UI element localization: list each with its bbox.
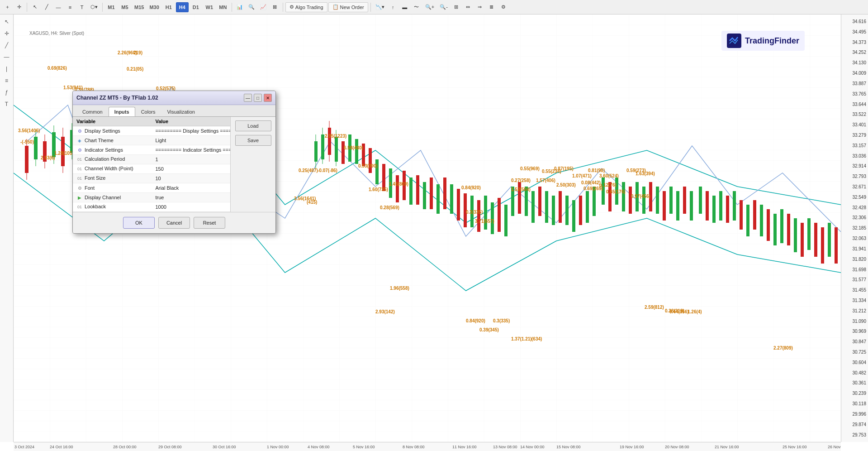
volume-btn[interactable]: ▬ <box>399 2 410 13</box>
dialog-close-btn[interactable]: ✕ <box>264 94 272 102</box>
tf-logo-icon <box>727 34 741 48</box>
time-label-3: 29 Oct 08:00 <box>158 445 182 449</box>
fib-tool[interactable]: ƒ <box>1 87 12 98</box>
cell-variable: 01Lookback <box>73 202 152 212</box>
ohlc-btn[interactable]: ≣ <box>486 2 497 13</box>
new-order-btn[interactable]: 📋 New Order <box>328 2 368 12</box>
chart-type-btn[interactable]: 📊 <box>234 2 245 13</box>
price-label-38: 29.996 <box>843 412 866 417</box>
left-toolbar: ↖ ✛ ╱ — | ≡ ƒ T <box>0 14 14 442</box>
price-label-31: 30.847 <box>843 339 866 344</box>
time-label-12: 15 Nov 08:00 <box>556 445 581 449</box>
price-label-7: 33.765 <box>843 91 866 96</box>
tab-visualization[interactable]: Visualization <box>161 107 201 116</box>
tf-m5[interactable]: M5 <box>119 2 131 12</box>
reset-btn[interactable]: Reset <box>194 217 225 229</box>
svg-text:1.60(735): 1.60(735) <box>369 187 388 192</box>
tab-inputs[interactable]: Inputs <box>109 107 135 116</box>
scroll-btn[interactable]: ⇔ <box>463 2 474 13</box>
grid-btn[interactable]: ⊞ <box>451 2 462 13</box>
sep5 <box>370 3 371 12</box>
line-tool[interactable]: ╱ <box>1 40 12 51</box>
svg-rect-81 <box>699 187 702 214</box>
cursor-tool[interactable]: ↖ <box>1 16 12 27</box>
time-label-4: 30 Oct 16:00 <box>213 445 236 449</box>
algo-trading-icon: ⚙ <box>289 4 294 10</box>
price-label-5: 34.009 <box>843 71 866 76</box>
svg-rect-42 <box>430 178 433 209</box>
tf-h1[interactable]: H1 <box>162 2 175 12</box>
cancel-btn[interactable]: Cancel <box>158 217 190 229</box>
tab-colors[interactable]: Colors <box>135 107 161 116</box>
price-label-6: 33.887 <box>843 81 866 86</box>
tf-m1[interactable]: M1 <box>105 2 118 12</box>
tab-common[interactable]: Common <box>76 107 109 116</box>
cell-variable: 01Channel Width (Point) <box>73 164 152 174</box>
cell-variable: ◈Chart Theme <box>73 136 152 145</box>
svg-text:-0.07(-86): -0.07(-86) <box>318 168 337 173</box>
up-arrow-btn[interactable]: ↑ <box>388 2 398 13</box>
price-label-40: 29.753 <box>843 432 866 437</box>
text-btn[interactable]: T <box>76 2 87 13</box>
cursor-btn[interactable]: ↖ <box>29 2 40 13</box>
svg-text:-(-550): -(-550) <box>20 139 34 144</box>
svg-text:1.26(4): 1.26(4) <box>688 309 702 314</box>
indicator-btn[interactable]: 📈 <box>258 2 269 13</box>
zoom-in-btn[interactable]: 🔍+ <box>423 2 436 13</box>
svg-text:6.58(480): 6.58(480) <box>344 145 363 150</box>
svg-text:2.95(1223): 2.95(1223) <box>325 134 346 139</box>
oscillator-btn[interactable]: 〜 <box>411 2 422 13</box>
svg-rect-94 <box>787 214 790 245</box>
save-btn[interactable]: Save <box>235 135 271 146</box>
crosshair-tool[interactable]: ✛ <box>1 28 12 39</box>
new-order-label: New Order <box>340 5 364 10</box>
row-icon: 01 <box>76 166 83 172</box>
sep1 <box>27 3 27 12</box>
price-label-23: 31.820 <box>843 257 866 262</box>
price-label-29: 31.090 <box>843 319 866 324</box>
hline-tool[interactable]: — <box>1 52 12 62</box>
svg-rect-50 <box>484 196 487 230</box>
svg-text:0.39(345): 0.39(345) <box>479 327 499 332</box>
svg-rect-29 <box>342 141 345 164</box>
shapes-btn[interactable]: ⬡▾ <box>88 2 100 13</box>
ok-btn[interactable]: OK <box>123 217 155 229</box>
auto-scroll-btn[interactable]: ⇒ <box>474 2 485 13</box>
settings-btn[interactable]: ⚙ <box>498 2 509 13</box>
new-chart-btn[interactable]: ＋ <box>2 2 13 13</box>
svg-rect-95 <box>794 218 797 252</box>
tf-d1[interactable]: D1 <box>190 2 202 12</box>
svg-text:2.59(812): 2.59(812) <box>645 305 664 310</box>
chart-options-btn[interactable]: 📉▾ <box>373 2 387 13</box>
hline-btn[interactable]: — <box>53 2 64 13</box>
channel-btn[interactable]: ≡ <box>65 2 76 13</box>
svg-text:1.96(558): 1.96(558) <box>390 286 409 291</box>
load-btn[interactable]: Load <box>235 120 271 131</box>
zoom-btn[interactable]: 🔍 <box>246 2 257 13</box>
tf-w1[interactable]: W1 <box>203 2 216 12</box>
channel-tool[interactable]: ≡ <box>1 75 12 86</box>
tf-h4[interactable]: H4 <box>176 2 189 12</box>
svg-rect-58 <box>538 187 541 216</box>
time-label-1: 24 Oct 16:00 <box>50 445 73 449</box>
svg-text:0.25(487): 0.25(487) <box>299 168 318 173</box>
dialog-maximize-btn[interactable]: □ <box>254 94 262 102</box>
line-btn[interactable]: ╱ <box>41 2 52 13</box>
svg-text:1.07(471): 1.07(471) <box>572 173 592 178</box>
svg-rect-45 <box>450 184 453 214</box>
tf-mn[interactable]: MN <box>217 2 229 12</box>
svg-rect-43 <box>436 184 440 214</box>
dialog-minimize-btn[interactable]: — <box>244 94 252 102</box>
svg-text:(415): (415) <box>307 200 317 205</box>
tf-m15[interactable]: M15 <box>132 2 146 12</box>
crosshair-btn[interactable]: ✛ <box>14 2 24 13</box>
vline-tool[interactable]: | <box>1 63 12 74</box>
period-sep-btn[interactable]: ⊠ <box>270 2 280 13</box>
time-label-16: 25 Nov 16:00 <box>783 445 807 449</box>
svg-rect-80 <box>690 191 693 221</box>
tf-m30[interactable]: M30 <box>147 2 161 12</box>
dialog-title: Channel ZZ MT5 - By TFlab 1.02 <box>76 95 158 101</box>
algo-trading-btn[interactable]: ⚙ Algo Trading <box>285 2 327 12</box>
text-tool[interactable]: T <box>1 99 12 110</box>
zoom-out-btn[interactable]: 🔍- <box>437 2 450 13</box>
